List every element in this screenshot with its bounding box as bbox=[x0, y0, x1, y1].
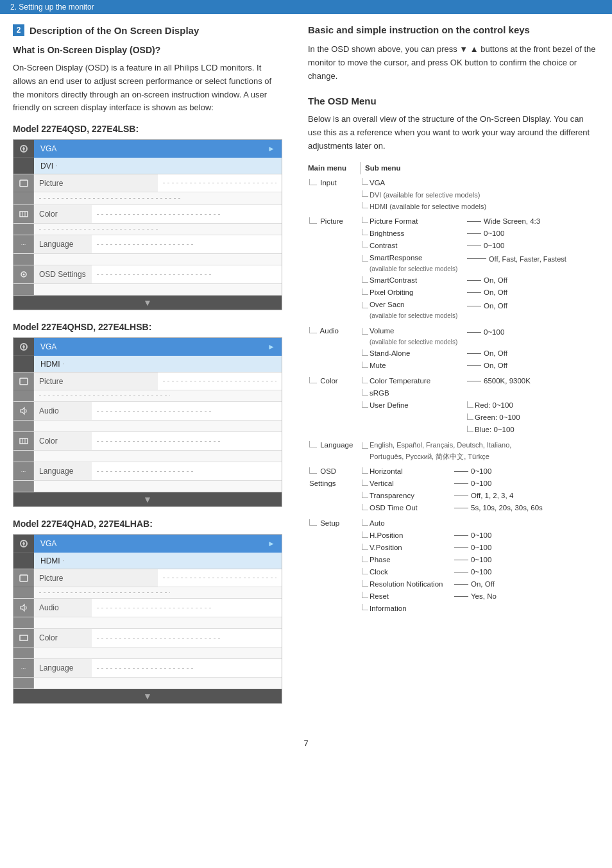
vga-option[interactable]: VGA ► bbox=[34, 140, 282, 158]
menu-input: Input bbox=[320, 179, 337, 187]
color-menu[interactable]: Color bbox=[34, 205, 92, 223]
right-title: Basic and simple instruction on the cont… bbox=[308, 24, 599, 35]
section-title: Description of the On Screen Display bbox=[30, 25, 199, 36]
svg-point-6 bbox=[22, 274, 24, 276]
svg-rect-14 bbox=[20, 635, 28, 640]
svg-rect-1 bbox=[20, 180, 28, 187]
model1-title: Model 227E4QSD, 227E4LSB: bbox=[13, 124, 282, 134]
menu-language: Language bbox=[320, 441, 353, 449]
menu-setup: Setup bbox=[320, 519, 339, 527]
menu-vga: VGA bbox=[370, 177, 385, 189]
osd-mockup-2: VGA ► HDMI · Picture bbox=[13, 337, 282, 507]
subsection1-title: What is On-Screen Display (OSD)? bbox=[13, 45, 282, 55]
osd-mockup-3: VGA ► HDMI · Picture bbox=[13, 534, 282, 704]
section-header: 2 Description of the On Screen Display bbox=[13, 24, 282, 36]
osd-down-arrow: ▼ bbox=[13, 296, 282, 310]
svg-rect-2 bbox=[20, 212, 28, 217]
language-menu-2[interactable]: Language bbox=[34, 462, 92, 480]
menu-hdmi: HDMI (available for selective models) bbox=[370, 201, 486, 212]
left-column: 2 Description of the On Screen Display W… bbox=[0, 14, 295, 726]
page-number: 7 bbox=[0, 739, 612, 748]
svg-rect-13 bbox=[20, 575, 28, 581]
menu-picture: Picture bbox=[320, 217, 343, 225]
osd-description: On-Screen Display (OSD) is a feature in … bbox=[13, 62, 282, 115]
hdmi-option-2[interactable]: HDMI · bbox=[34, 356, 282, 372]
section-number: 2 bbox=[13, 24, 24, 36]
right-body: In the OSD shown above, you can press ▼ … bbox=[308, 43, 599, 83]
dvi-option[interactable]: DVI · bbox=[34, 158, 282, 174]
right-column: Basic and simple instruction on the cont… bbox=[295, 14, 612, 726]
breadcrumb: 2. Setting up the monitor bbox=[0, 0, 612, 14]
vga-option-2[interactable]: VGA ► bbox=[34, 338, 282, 356]
menu-audio: Audio bbox=[320, 327, 339, 335]
osd-mockup-1: VGA ► DVI · Picture bbox=[13, 139, 282, 310]
language-menu[interactable]: Language bbox=[34, 235, 92, 253]
osd-menu-table: Main menu Sub menu Input VGA bbox=[308, 162, 599, 615]
picture-menu-2[interactable]: Picture bbox=[34, 372, 158, 390]
menu-dvi: DVI (available for selective models) bbox=[370, 189, 480, 201]
picture-menu[interactable]: Picture bbox=[34, 174, 158, 192]
transparency-label: Transparency bbox=[370, 490, 414, 502]
menu-color: Color bbox=[320, 377, 337, 385]
col-main-header: Main menu bbox=[308, 162, 361, 174]
osd-menu-body: Below is an overall view of the structur… bbox=[308, 113, 599, 153]
model3-title: Model 227E4QHAD, 227E4LHAB: bbox=[13, 519, 282, 529]
svg-rect-8 bbox=[20, 378, 28, 385]
osd-menu-title: The OSD Menu bbox=[308, 96, 599, 106]
svg-rect-9 bbox=[20, 438, 28, 444]
col-sub-header: Sub menu bbox=[365, 162, 401, 174]
color-menu-2[interactable]: Color bbox=[34, 432, 92, 450]
audio-menu[interactable]: Audio bbox=[34, 402, 92, 420]
model2-title: Model 227E4QHSD, 227E4LHSB: bbox=[13, 322, 282, 332]
osd-settings-menu[interactable]: OSD Settings bbox=[34, 265, 92, 283]
